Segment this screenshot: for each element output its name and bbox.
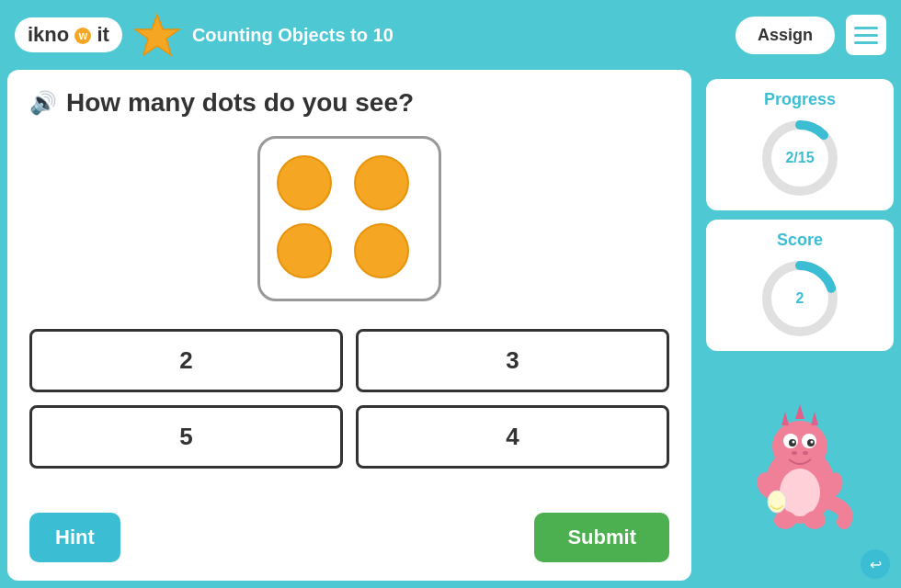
svg-point-18 xyxy=(780,469,820,516)
progress-label: Progress xyxy=(764,90,836,109)
assign-button[interactable]: Assign xyxy=(736,17,835,54)
menu-icon-line3 xyxy=(854,41,878,44)
svg-point-21 xyxy=(774,511,796,529)
svg-point-14 xyxy=(803,451,808,455)
progress-value: 2/15 xyxy=(785,150,814,166)
score-ring: 2 xyxy=(758,257,841,340)
answer-button-4[interactable]: 4 xyxy=(356,405,669,469)
header: ikno w it Counting Objects to 10 Assign xyxy=(0,0,901,70)
score-value: 2 xyxy=(796,290,804,307)
answers-grid: 2 3 5 4 xyxy=(29,329,669,469)
dot-3 xyxy=(277,223,332,278)
logo: ikno w it xyxy=(15,17,122,52)
svg-marker-17 xyxy=(811,412,818,425)
mascot-dinosaur xyxy=(745,393,855,531)
svg-point-11 xyxy=(793,441,795,444)
score-label: Score xyxy=(777,231,823,250)
right-panel: Progress 2/15 Score 2 xyxy=(699,70,901,588)
svg-marker-15 xyxy=(781,412,789,425)
mascot-area xyxy=(745,360,855,540)
score-section: Score 2 xyxy=(706,220,894,351)
left-panel: 🔊 How many dots do you see? 2 3 5 4 Hint… xyxy=(7,70,691,581)
menu-icon-line1 xyxy=(854,27,878,29)
dot-2 xyxy=(354,155,409,210)
answer-button-3[interactable]: 3 xyxy=(356,329,669,392)
lesson-title: Counting Objects to 10 xyxy=(192,25,724,46)
logo-text: ikno w it xyxy=(28,23,109,47)
svg-marker-16 xyxy=(795,404,804,419)
dot-1 xyxy=(277,155,332,210)
star-icon xyxy=(133,11,181,59)
menu-icon-line2 xyxy=(854,34,878,37)
dice xyxy=(257,136,441,301)
speaker-icon[interactable]: 🔊 xyxy=(29,90,57,116)
answer-button-5[interactable]: 5 xyxy=(29,405,343,469)
dice-container xyxy=(29,136,669,301)
main-content: 🔊 How many dots do you see? 2 3 5 4 Hint… xyxy=(0,70,901,588)
answer-button-2[interactable]: 2 xyxy=(29,329,343,392)
question-area: 🔊 How many dots do you see? xyxy=(29,88,669,118)
back-icon: ↩ xyxy=(870,556,882,573)
svg-point-12 xyxy=(811,441,814,444)
submit-button[interactable]: Submit xyxy=(534,513,669,562)
progress-section: Progress 2/15 xyxy=(706,79,894,210)
svg-point-22 xyxy=(804,511,826,529)
hint-button[interactable]: Hint xyxy=(29,513,120,562)
svg-point-13 xyxy=(792,451,797,455)
svg-marker-0 xyxy=(135,15,179,55)
dot-4 xyxy=(354,223,409,278)
question-text: How many dots do you see? xyxy=(66,88,414,118)
progress-ring: 2/15 xyxy=(758,117,841,199)
back-button[interactable]: ↩ xyxy=(861,549,890,579)
menu-button[interactable] xyxy=(846,15,886,55)
bottom-buttons: Hint Submit xyxy=(29,513,669,562)
